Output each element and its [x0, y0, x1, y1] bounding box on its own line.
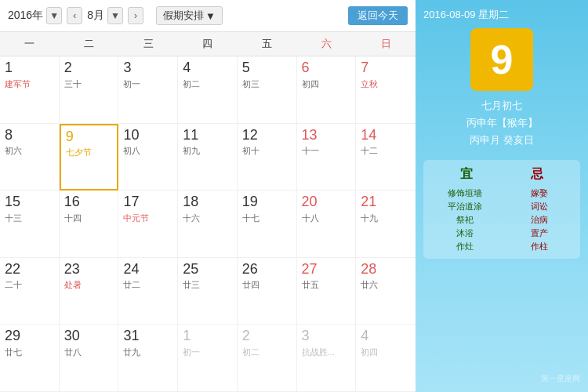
day-number: 20 [302, 194, 351, 211]
day-cell[interactable]: 25廿三 [178, 258, 238, 325]
day-number: 2 [64, 60, 114, 77]
day-cell[interactable]: 21十九 [356, 191, 416, 258]
day-cell[interactable]: 22二十 [0, 258, 60, 325]
weekday-thu: 四 [178, 32, 238, 56]
day-cell[interactable]: 2三十 [60, 56, 119, 124]
ji-item: 置产 [506, 227, 572, 239]
day-sub: 廿三 [183, 279, 232, 291]
month-prev-btn[interactable]: ‹ [67, 7, 82, 24]
day-cell[interactable]: 26廿四 [238, 258, 297, 325]
right-date-label: 2016-08-09 星期二 [423, 8, 580, 22]
day-sub: 廿五 [302, 279, 351, 291]
day-sub: 廿六 [361, 279, 411, 291]
day-cell[interactable]: 8初六 [0, 124, 60, 191]
day-cell[interactable]: 6初四 [297, 56, 357, 124]
weekday-sun: 日 [356, 32, 416, 56]
day-sub: 立秋 [361, 78, 411, 90]
lunar-line1: 七月初七 [423, 97, 580, 114]
month-next-btn[interactable]: › [128, 7, 143, 24]
day-cell[interactable]: 1初一 [178, 325, 238, 392]
yiji-section: 宜 忌 修饰垣墙平治道涂祭祀沐浴作灶 嫁娶词讼治病置产作柱 [423, 160, 580, 259]
calendar-header: 2016年 ▼ ‹ 8月 ▼ › 假期安排 ▼ 返回今天 [0, 0, 416, 32]
day-sub: 初一 [123, 78, 172, 90]
day-sub: 初二 [183, 78, 232, 90]
yi-label: 宜 [460, 166, 473, 183]
day-number: 29 [5, 328, 54, 345]
ji-label: 忌 [531, 166, 543, 183]
holiday-arrow: ▼ [205, 10, 216, 22]
today-btn[interactable]: 返回今天 [348, 6, 408, 25]
day-cell[interactable]: 31廿九 [118, 325, 178, 392]
month-label: 8月 [87, 9, 104, 23]
ji-list: 嫁娶词讼治病置产作柱 [506, 187, 572, 252]
day-sub: 初二 [242, 347, 292, 358]
day-cell[interactable]: 9七夕节 [60, 124, 119, 191]
day-sub: 初六 [5, 145, 54, 157]
day-sub: 廿八 [64, 347, 114, 358]
day-cell[interactable]: 1建军节 [0, 56, 60, 124]
day-cell[interactable]: 11初九 [178, 124, 238, 191]
day-number: 30 [64, 328, 114, 345]
day-sub: 廿七 [5, 347, 54, 358]
day-cell[interactable]: 18十六 [178, 191, 238, 258]
watermark: 第一星座网 [423, 373, 580, 384]
day-cell[interactable]: 29廿七 [0, 325, 60, 392]
big-number-box: 9 [470, 28, 533, 91]
day-cell[interactable]: 30廿八 [60, 325, 119, 392]
day-cell[interactable]: 3抗战胜... [297, 325, 357, 392]
day-sub: 十七 [242, 212, 292, 224]
day-cell[interactable]: 14十二 [356, 124, 416, 191]
day-number: 9 [66, 129, 113, 146]
day-sub: 廿二 [123, 279, 172, 291]
day-number: 15 [5, 194, 54, 211]
day-cell[interactable]: 24廿二 [118, 258, 178, 325]
day-number: 7 [361, 60, 411, 77]
day-cell[interactable]: 23处暑 [60, 258, 119, 325]
day-cell[interactable]: 10初八 [118, 124, 178, 191]
year-dropdown-btn[interactable]: ▼ [46, 7, 62, 24]
day-cell[interactable]: 28廿六 [356, 258, 416, 325]
day-cell[interactable]: 19十七 [238, 191, 297, 258]
day-cell[interactable]: 4初四 [356, 325, 416, 392]
day-cell[interactable]: 16十四 [60, 191, 119, 258]
calendar-main: 2016年 ▼ ‹ 8月 ▼ › 假期安排 ▼ 返回今天 一 二 三 四 五 六… [0, 0, 416, 392]
day-number: 26 [242, 261, 292, 278]
day-sub: 建军节 [5, 78, 54, 90]
day-sub: 廿九 [123, 347, 172, 358]
yiji-content: 修饰垣墙平治道涂祭祀沐浴作灶 嫁娶词讼治病置产作柱 [431, 187, 572, 252]
day-cell[interactable]: 17中元节 [118, 191, 178, 258]
day-cell[interactable]: 15十三 [0, 191, 60, 258]
weekday-sat: 六 [297, 32, 357, 56]
day-sub: 初九 [183, 145, 232, 157]
day-number: 27 [302, 261, 351, 278]
day-number: 17 [123, 194, 172, 211]
day-sub: 初八 [123, 145, 172, 157]
day-number: 16 [64, 194, 114, 211]
day-cell[interactable]: 3初一 [118, 56, 178, 124]
day-number: 28 [361, 261, 411, 278]
day-number: 22 [5, 261, 54, 278]
day-cell[interactable]: 13十一 [297, 124, 357, 191]
lunar-info: 七月初七 丙申年【猴年】 丙申月 癸亥日 [423, 97, 580, 149]
day-cell[interactable]: 27廿五 [297, 258, 357, 325]
day-cell[interactable]: 20十八 [297, 191, 357, 258]
day-sub: 抗战胜... [302, 347, 351, 358]
ji-item: 治病 [506, 214, 572, 226]
year-label: 2016年 [8, 9, 43, 23]
right-panel: 2016-08-09 星期二 9 七月初七 丙申年【猴年】 丙申月 癸亥日 宜 … [416, 0, 588, 392]
day-cell[interactable]: 4初二 [178, 56, 238, 124]
day-cell[interactable]: 7立秋 [356, 56, 416, 124]
day-sub: 中元节 [123, 212, 172, 224]
day-sub: 十二 [361, 145, 411, 157]
day-cell[interactable]: 5初三 [238, 56, 297, 124]
day-number: 1 [5, 60, 54, 77]
day-sub: 初一 [183, 347, 232, 358]
day-cell[interactable]: 2初二 [238, 325, 297, 392]
day-number: 1 [183, 328, 232, 345]
day-number: 10 [123, 127, 172, 144]
day-sub: 初十 [242, 145, 292, 157]
holiday-btn[interactable]: 假期安排 ▼ [156, 6, 223, 25]
month-dropdown-btn[interactable]: ▼ [107, 7, 123, 24]
day-cell[interactable]: 12初十 [238, 124, 297, 191]
day-sub: 七夕节 [66, 147, 113, 158]
